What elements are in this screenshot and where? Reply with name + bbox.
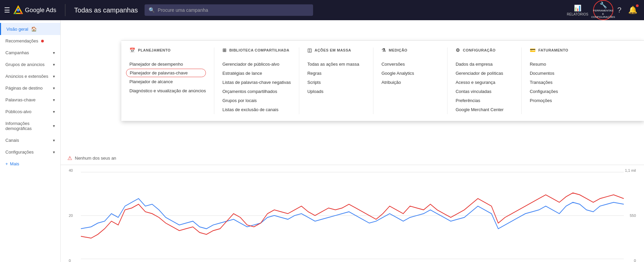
dropdown-col-configuracao: ⚙ CONFIGURAÇÃO Dados da empresa Gerencia… xyxy=(448,47,522,114)
sidebar-item-label: Recomendações xyxy=(5,38,38,43)
reports-button[interactable]: 📊 RELATÓRIOS xyxy=(563,2,592,18)
brand-name: Google Ads xyxy=(25,7,56,14)
dropdown-col-planejamento: 📅 PLANEJAMENTO Planejador de desempenho … xyxy=(121,47,214,114)
dropdown-item-acesso-seguranca[interactable]: Acesso e segurança xyxy=(456,78,513,87)
col-header-label: CONFIGURAÇÃO xyxy=(463,48,495,52)
page-title: Todas as campanhas xyxy=(74,6,138,14)
dropdown-item-regras[interactable]: Regras xyxy=(307,69,365,78)
sidebar-item-label: Visão geral xyxy=(6,27,28,32)
sidebar-item-recomendacoes[interactable]: Recomendações xyxy=(0,35,60,47)
sidebar-item-grupos-anuncios[interactable]: Grupos de anúncios ▾ xyxy=(0,59,60,70)
sidebar-item-canais[interactable]: Canais ▾ xyxy=(0,134,60,146)
expand-arrow-icon: ▾ xyxy=(53,109,55,114)
expand-arrow-icon: ▾ xyxy=(53,98,55,102)
chart-container: 40 20 0 1,1 mil 550 0 xyxy=(67,168,637,262)
dropdown-item-resumo[interactable]: Resumo xyxy=(530,60,588,69)
sidebar-item-configuracoes[interactable]: Configurações ▾ xyxy=(0,146,60,158)
hamburger-icon[interactable]: ☰ xyxy=(4,6,10,14)
svg-point-3 xyxy=(20,12,22,14)
sidebar-item-label: Palavras-chave xyxy=(5,97,36,102)
search-input-wrapper: 🔍 xyxy=(145,4,313,16)
svg-point-2 xyxy=(14,12,17,14)
tools-icon: 🔧 xyxy=(600,1,607,9)
header-actions: 📊 RELATÓRIOS 🔧 FERRAMENTASECONFIGURAÇÕES… xyxy=(563,0,640,20)
dropdown-item-planejador-desempenho[interactable]: Planejador de desempenho xyxy=(129,60,206,69)
dropdown-item-google-analytics[interactable]: Google Analytics xyxy=(381,69,439,78)
dropdown-item-diagnostico[interactable]: Diagnóstico e visualização de anúncios xyxy=(129,86,206,95)
sidebar-item-mais[interactable]: + Mais xyxy=(0,158,60,170)
tools-button[interactable]: 🔧 FERRAMENTASECONFIGURAÇÕES xyxy=(593,0,613,20)
calendar-icon: 📅 xyxy=(129,47,135,53)
chart-y-labels-right: 1,1 mil 550 0 xyxy=(624,168,637,262)
sidebar-item-label: Configurações xyxy=(5,150,34,155)
dropdown-item-gerenciador-politicas[interactable]: Gerenciador de políticas xyxy=(456,69,513,78)
dropdown-item-dados-empresa[interactable]: Dados da empresa xyxy=(456,60,513,69)
dropdown-item-listas-exclusao[interactable]: Listas de exclusão de canais xyxy=(222,105,291,114)
header-left: ☰ Google Ads Todas as campanhas xyxy=(4,4,138,16)
dropdown-item-preferencias[interactable]: Preferências xyxy=(456,96,513,105)
sidebar-item-label: Campanhas xyxy=(5,50,29,55)
dropdown-item-conversoes[interactable]: Conversões xyxy=(381,60,439,69)
dropdown-item-promocoes[interactable]: Promoções xyxy=(530,96,588,105)
dropdown-item-listas-palavras-neg[interactable]: Listas de palavras-chave negativas xyxy=(222,78,291,87)
sidebar-item-campanhas[interactable]: Campanhas ▾ xyxy=(0,47,60,59)
alert-icon: ⚠ xyxy=(67,155,72,161)
chart-svg xyxy=(81,168,624,262)
notification-button[interactable]: 🔔 xyxy=(625,3,640,17)
dropdown-item-transacoes[interactable]: Transações xyxy=(530,78,588,87)
col-header-label: MEDIÇÃO xyxy=(389,48,407,52)
dropdown-item-todas-acoes[interactable]: Todas as ações em massa xyxy=(307,60,365,69)
sidebar-item-palavras-chave[interactable]: Palavras-chave ▾ xyxy=(0,94,60,106)
dropdown-col-faturamento: 💳 FATURAMENTO Resumo Documentos Transaçõ… xyxy=(522,47,596,114)
dropdown-item-configuracoes-fat[interactable]: Configurações xyxy=(530,87,588,96)
sidebar-item-label: Anúncios e extensões xyxy=(5,74,48,79)
dropdown-item-planejador-palavras[interactable]: Planejador de palavras-chave xyxy=(126,69,206,77)
alert-bar: ⚠ Nenhum dos seus an xyxy=(61,152,644,165)
dropdown-item-atribuicao[interactable]: Atribuição xyxy=(381,78,439,87)
expand-arrow-icon: ▾ xyxy=(53,62,55,67)
tools-label: FERRAMENTASECONFIGURAÇÕES xyxy=(591,9,615,19)
dropdown-item-grupos-locais[interactable]: Grupos por locais xyxy=(222,96,291,105)
sidebar-item-informacoes-demograficas[interactable]: Informações demográficas ▾ xyxy=(0,118,60,134)
dropdown-item-planejador-alcance[interactable]: Planejador de alcance xyxy=(129,77,206,86)
google-ads-logo-icon xyxy=(13,5,23,15)
notification-dot xyxy=(41,40,44,42)
svg-point-1 xyxy=(17,9,20,11)
col-header-label: AÇÕES EM MASSA xyxy=(314,48,351,52)
google-ads-logo: Google Ads xyxy=(13,5,56,15)
search-icon: 🔍 xyxy=(149,7,155,13)
left-sidebar: Visão geral 🏠 Recomendações Campanhas ▾ … xyxy=(0,20,61,262)
sidebar-item-anuncios-extensoes[interactable]: Anúncios e extensões ▾ xyxy=(0,70,60,82)
sidebar-item-label: Informações demográficas xyxy=(5,121,50,131)
dropdown-item-scripts[interactable]: Scripts xyxy=(307,78,365,87)
search-input[interactable] xyxy=(158,7,309,13)
dropdown-item-contas-vinculadas[interactable]: Contas vinculadas xyxy=(456,87,513,96)
sidebar-item-paginas-destino[interactable]: Páginas de destino ▾ xyxy=(0,82,60,94)
sidebar-item-visao-geral[interactable]: Visão geral 🏠 xyxy=(0,23,60,35)
settings-icon: ⚙ xyxy=(456,47,460,53)
sidebar-item-label: Grupos de anúncios xyxy=(5,62,44,67)
dropdown-menu: 📅 PLANEJAMENTO Planejador de desempenho … xyxy=(121,40,644,121)
sidebar-item-publicos-alvo[interactable]: Públicos-alvo ▾ xyxy=(0,106,60,118)
dropdown-item-merchant-center[interactable]: Google Merchant Center xyxy=(456,105,513,114)
dropdown-item-documentos[interactable]: Documentos xyxy=(530,69,588,78)
expand-arrow-icon: ▾ xyxy=(53,150,55,155)
col-header-faturamento: 💳 FATURAMENTO xyxy=(530,47,588,55)
col-header-configuracao: ⚙ CONFIGURAÇÃO xyxy=(456,47,513,55)
dropdown-col-acoes: ◫ AÇÕES EM MASSA Todas as ações em massa… xyxy=(299,47,373,114)
dropdown-col-biblioteca: ⊞ BIBLIOTECA COMPARTILHADA Gerenciador d… xyxy=(214,47,299,114)
top-header: ☰ Google Ads Todas as campanhas 🔍 📊 RELA… xyxy=(0,0,644,20)
dropdown-item-uploads[interactable]: Uploads xyxy=(307,87,365,96)
col-header-acoes: ◫ AÇÕES EM MASSA xyxy=(307,47,365,55)
chart-y-labels-left: 40 20 0 xyxy=(67,168,74,262)
dropdown-item-orcamentos[interactable]: Orçamentos compartilhados xyxy=(222,87,291,96)
help-button[interactable]: ? xyxy=(615,3,624,17)
dropdown-item-estrategias-lance[interactable]: Estratégias de lance xyxy=(222,69,291,78)
expand-arrow-icon: ▾ xyxy=(53,74,55,79)
y-label-550: 550 xyxy=(625,214,636,218)
expand-arrow-icon: ▾ xyxy=(53,86,55,91)
bulk-icon: ◫ xyxy=(307,47,312,53)
y-label-1-1mil: 1,1 mil xyxy=(625,168,636,172)
dropdown-item-gerenciador-publicos[interactable]: Gerenciador de públicos-alvo xyxy=(222,60,291,69)
dropdown-col-medicao: ⚗ MEDIÇÃO Conversões Google Analytics At… xyxy=(373,47,448,114)
